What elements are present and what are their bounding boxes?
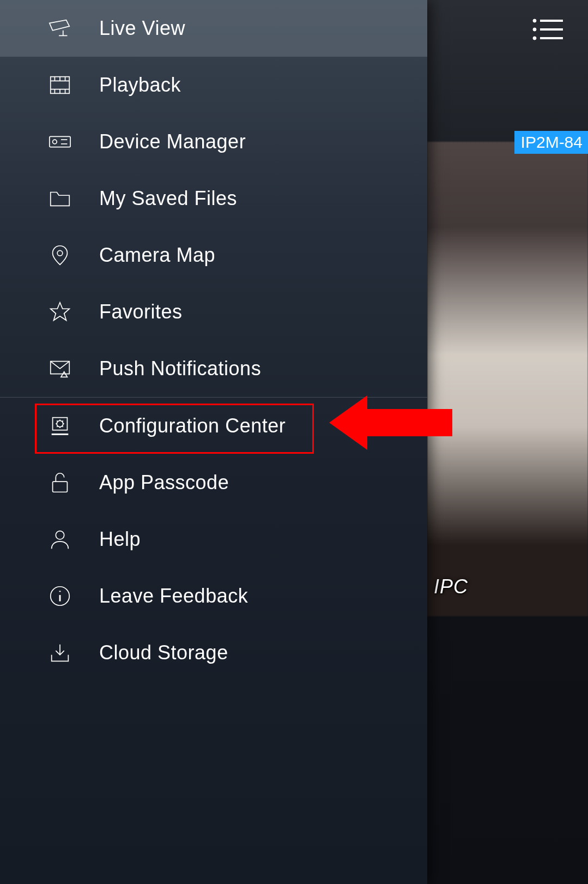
- nav-item-push-notifications[interactable]: Push Notifications: [0, 340, 427, 397]
- download-icon: [46, 639, 74, 667]
- folder-icon: [46, 184, 74, 213]
- film-icon: [46, 71, 74, 99]
- nav-item-label: Configuration Center: [99, 414, 286, 437]
- map-pin-icon: [46, 241, 74, 269]
- info-icon: [46, 582, 74, 610]
- lock-icon: [46, 468, 74, 497]
- nav-item-label: Live View: [99, 17, 185, 40]
- envelope-alert-icon: [46, 354, 74, 383]
- nav-item-label: Leave Feedback: [99, 585, 248, 608]
- svg-point-16: [53, 140, 57, 144]
- nav-item-label: App Passcode: [99, 471, 229, 494]
- camera-overlay-label: IPC: [434, 575, 468, 598]
- navigation-drawer: Live View Playback Device Manager My Sav…: [0, 0, 427, 884]
- star-icon: [46, 298, 74, 326]
- nav-item-app-passcode[interactable]: App Passcode: [0, 454, 427, 511]
- nav-item-playback[interactable]: Playback: [0, 57, 427, 113]
- camera-model-badge: IP2M-84: [514, 131, 588, 154]
- nav-item-live-view[interactable]: Live View: [0, 0, 427, 57]
- nav-item-label: Device Manager: [99, 130, 246, 153]
- nav-item-favorites[interactable]: Favorites: [0, 284, 427, 340]
- hamburger-icon: [531, 35, 564, 44]
- nav-item-label: Push Notifications: [99, 357, 261, 380]
- nav-item-camera-map[interactable]: Camera Map: [0, 227, 427, 284]
- nav-item-help[interactable]: Help: [0, 511, 427, 568]
- svg-rect-21: [53, 418, 68, 430]
- nav-item-device-manager[interactable]: Device Manager: [0, 113, 427, 170]
- camera-feed-image: [427, 142, 588, 616]
- nav-item-leave-feedback[interactable]: Leave Feedback: [0, 568, 427, 624]
- nav-item-cloud-storage[interactable]: Cloud Storage: [0, 624, 427, 681]
- nav-item-label: My Saved Files: [99, 187, 237, 210]
- nav-item-label: Help: [99, 528, 141, 551]
- svg-point-4: [533, 37, 536, 40]
- svg-point-2: [533, 28, 536, 31]
- svg-point-0: [533, 19, 536, 22]
- svg-rect-24: [53, 482, 68, 492]
- menu-toggle-button[interactable]: [531, 16, 564, 43]
- svg-point-19: [57, 250, 63, 256]
- device-icon: [46, 128, 74, 156]
- config-center-icon: [46, 412, 74, 440]
- user-icon: [46, 525, 74, 554]
- nav-item-my-saved-files[interactable]: My Saved Files: [0, 170, 427, 227]
- svg-point-25: [56, 531, 64, 539]
- nav-item-label: Camera Map: [99, 244, 215, 267]
- nav-item-configuration-center[interactable]: Configuration Center: [0, 398, 427, 454]
- nav-item-label: Playback: [99, 74, 181, 97]
- nav-item-label: Favorites: [99, 300, 183, 323]
- nav-item-label: Cloud Storage: [99, 641, 228, 664]
- camera-icon: [46, 14, 74, 43]
